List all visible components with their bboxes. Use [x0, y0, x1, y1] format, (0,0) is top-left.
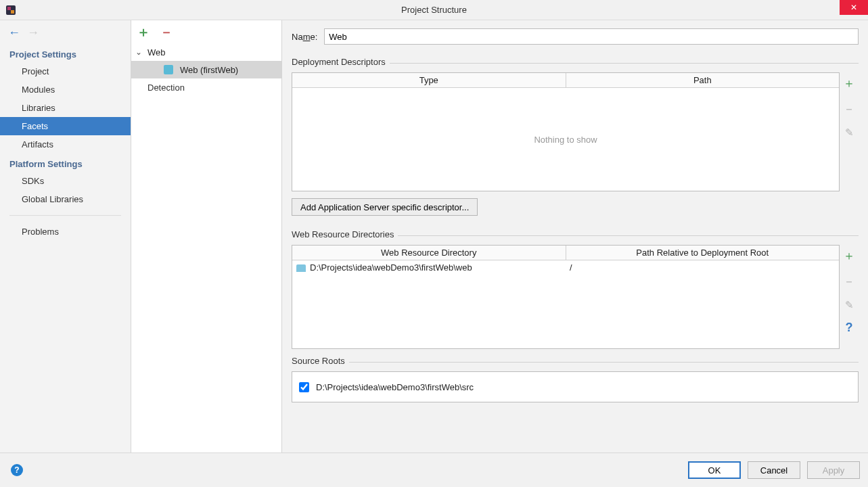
webres-table: Web Resource Directory Path Relative to …	[292, 245, 840, 349]
svg-rect-1	[7, 7, 11, 10]
close-button[interactable]: ✕	[840, 0, 868, 15]
deploy-group-header: Deployment Descriptors	[292, 57, 859, 70]
add-descriptor-icon[interactable]: ＋	[843, 75, 855, 91]
facets-toolbar: ＋ －	[131, 20, 281, 43]
sidebar-item-sdks[interactable]: SDKs	[0, 172, 131, 190]
platform-settings-header: Platform Settings	[0, 154, 131, 172]
sidebar-item-modules[interactable]: Modules	[0, 80, 131, 99]
webres-actions: ＋ － ✎ ?	[840, 245, 859, 349]
deploy-table-header: Type Path	[292, 73, 839, 88]
source-roots-label: Source Roots	[292, 356, 345, 366]
project-settings-header: Project Settings	[0, 44, 131, 62]
deploy-group-label: Deployment Descriptors	[292, 57, 386, 67]
td-dir: D:\Projects\idea\webDemo3\firstWeb\web	[292, 262, 566, 273]
table-row[interactable]: D:\Projects\idea\webDemo3\firstWeb\web /	[292, 260, 839, 274]
sidebar-item-global-libraries[interactable]: Global Libraries	[0, 190, 131, 208]
add-facet-icon[interactable]: ＋	[137, 23, 150, 41]
webres-table-header: Web Resource Directory Path Relative to …	[292, 246, 839, 260]
footer: ? OK Cancel Apply	[0, 453, 868, 487]
chevron-down-icon[interactable]: ⌄	[135, 47, 145, 57]
tree-item-label: Web	[147, 47, 166, 57]
webres-group-label: Web Resource Directories	[292, 229, 394, 239]
source-roots-box: D:\Projects\idea\webDemo3\firstWeb\src	[292, 371, 859, 402]
webres-rows: D:\Projects\idea\webDemo3\firstWeb\web /	[292, 260, 839, 348]
edit-descriptor-icon[interactable]: ✎	[845, 126, 854, 139]
sidebar-item-project[interactable]: Project	[0, 62, 131, 80]
source-root-path: D:\Projects\idea\webDemo3\firstWeb\src	[316, 382, 474, 392]
sidebar-item-problems[interactable]: Problems	[0, 223, 131, 241]
source-roots-header: Source Roots	[292, 356, 859, 369]
tree-item-web-first[interactable]: Web (firstWeb)	[131, 61, 281, 78]
folder-icon	[296, 264, 306, 272]
remove-descriptor-icon[interactable]: －	[843, 101, 855, 117]
help-button[interactable]: ?	[11, 464, 23, 476]
app-icon	[5, 5, 16, 16]
facets-tree: ⌄ Web Web (firstWeb) Detection	[131, 43, 281, 453]
th-webdir[interactable]: Web Resource Directory	[292, 246, 566, 260]
title-bar: Project Structure ✕	[0, 0, 868, 20]
tree-item-web[interactable]: ⌄ Web	[131, 43, 281, 61]
th-type[interactable]: Type	[292, 73, 566, 87]
th-path[interactable]: Path	[566, 73, 840, 87]
web-facet-icon	[164, 65, 173, 74]
window-title: Project Structure	[401, 5, 467, 15]
apply-button[interactable]: Apply	[807, 461, 860, 479]
webres-group-header: Web Resource Directories	[292, 229, 859, 242]
deploy-actions: ＋ － ✎	[840, 72, 859, 191]
remove-facet-icon[interactable]: －	[160, 23, 173, 41]
tree-detection[interactable]: Detection	[131, 78, 281, 97]
tree-item-label: Web (firstWeb)	[180, 65, 238, 75]
deploy-table: Type Path Nothing to show	[292, 72, 840, 191]
facets-panel: ＋ － ⌄ Web Web (firstWeb) Detection	[131, 20, 282, 453]
sidebar-item-facets[interactable]: Facets	[0, 117, 131, 135]
source-root-checkbox[interactable]	[299, 382, 309, 392]
main-panel: Name: Deployment Descriptors Type Path N…	[282, 20, 868, 453]
forward-icon[interactable]: →	[27, 26, 39, 40]
edit-webres-icon[interactable]: ✎	[845, 299, 854, 311]
webres-table-wrap: Web Resource Directory Path Relative to …	[292, 245, 859, 349]
cancel-button[interactable]: Cancel	[748, 461, 800, 479]
help-icon[interactable]: ?	[846, 321, 853, 335]
name-input[interactable]	[324, 28, 859, 45]
deploy-table-wrap: Type Path Nothing to show ＋ － ✎	[292, 72, 859, 191]
deploy-empty-text: Nothing to show	[292, 88, 839, 191]
back-icon[interactable]: ←	[8, 26, 20, 40]
add-appserver-descriptor-button[interactable]: Add Application Server specific descript…	[292, 198, 478, 216]
nav-arrows: ← →	[0, 20, 131, 44]
sidebar-item-artifacts[interactable]: Artifacts	[0, 135, 131, 154]
remove-webres-icon[interactable]: －	[843, 273, 855, 289]
sidebar: ← → Project Settings Project Modules Lib…	[0, 20, 131, 453]
sidebar-item-libraries[interactable]: Libraries	[0, 99, 131, 117]
svg-rect-2	[11, 10, 14, 14]
add-webres-icon[interactable]: ＋	[843, 248, 855, 264]
divider	[9, 215, 121, 216]
th-relpath[interactable]: Path Relative to Deployment Root	[566, 246, 840, 260]
name-label: Name:	[292, 32, 317, 42]
name-row: Name:	[292, 28, 859, 45]
td-path: /	[566, 262, 839, 273]
ok-button[interactable]: OK	[688, 461, 741, 479]
